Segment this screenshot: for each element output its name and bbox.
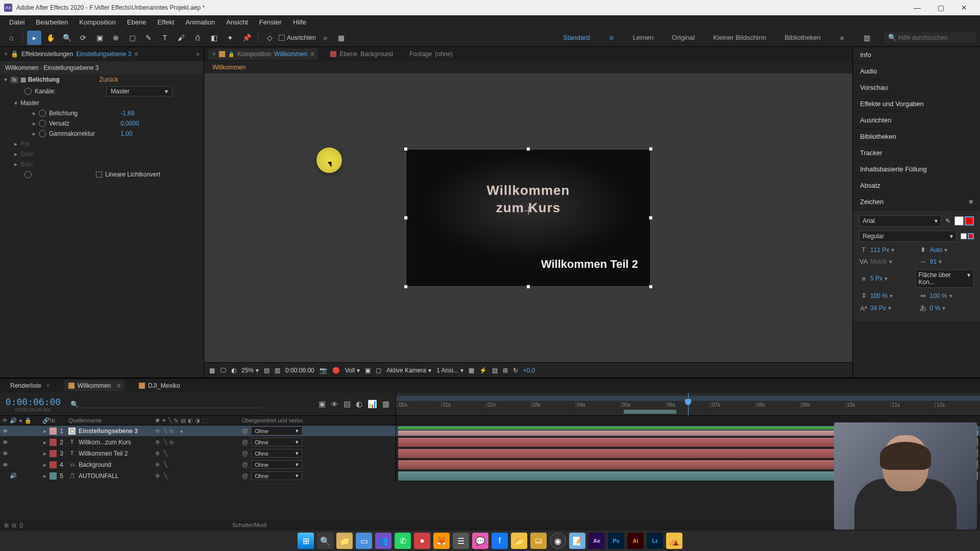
- stroke-color-swatch[interactable]: [965, 216, 974, 226]
- menu-datei[interactable]: Datei: [4, 16, 30, 28]
- panel-effekte[interactable]: Effekte und Vorgaben: [853, 96, 980, 112]
- menu-komposition[interactable]: Komposition: [74, 16, 121, 28]
- menu-animation[interactable]: Animation: [180, 16, 220, 28]
- resize-handle[interactable]: [404, 147, 408, 151]
- layer-twisty-icon[interactable]: ▸: [43, 461, 46, 468]
- gamma-twisty-icon[interactable]: ▸: [33, 130, 39, 137]
- lightroom-icon[interactable]: Lr: [647, 533, 663, 549]
- label-color[interactable]: [50, 461, 57, 468]
- master-twisty-icon[interactable]: ▾: [14, 99, 20, 107]
- explorer-icon[interactable]: 📁: [336, 533, 353, 549]
- start-button[interactable]: ⊞: [298, 533, 314, 549]
- lock-icon[interactable]: 🔒: [228, 52, 234, 57]
- visibility-toggle[interactable]: 👁: [2, 439, 9, 446]
- puppet-tool[interactable]: 📌: [239, 31, 254, 45]
- layer-search-input[interactable]: [82, 400, 261, 408]
- label-color[interactable]: [50, 472, 57, 480]
- switch-slot[interactable]: ⊕: [155, 428, 160, 434]
- visibility-toggle[interactable]: 👁: [2, 428, 9, 435]
- gruen-twisty-icon[interactable]: ▸: [14, 151, 20, 158]
- switch-slot[interactable]: ╲: [164, 450, 167, 457]
- pickwhip-icon[interactable]: @: [242, 472, 248, 480]
- messenger-icon[interactable]: 💬: [472, 533, 488, 549]
- close-tab-icon[interactable]: ×: [46, 382, 50, 389]
- frame-blend-icon[interactable]: ▤: [344, 399, 351, 409]
- composition-viewer[interactable]: Willkommen zum Kurs Willkommen Teil 2: [204, 73, 852, 362]
- taskview-icon[interactable]: ▭: [356, 533, 372, 549]
- app-gray-icon[interactable]: ☰: [453, 533, 469, 549]
- comp-tab-komposition[interactable]: × 🔒 Komposition Willkommen ≡: [208, 48, 318, 60]
- workspace-original[interactable]: Original: [668, 32, 699, 43]
- tab-willkommen[interactable]: Willkommen ≡: [64, 380, 125, 391]
- toggle-modes-icon[interactable]: ⊟: [12, 522, 16, 529]
- fill-color-swatch[interactable]: [954, 216, 964, 226]
- workspace-lernen[interactable]: Lernen: [629, 32, 657, 43]
- guides-icon[interactable]: ▥: [275, 367, 280, 374]
- menu-fenster[interactable]: Fenster: [254, 16, 287, 28]
- menu-ansicht[interactable]: Ansicht: [221, 16, 253, 28]
- font-size-value[interactable]: 111 Px: [870, 246, 889, 254]
- effect-tab-link[interactable]: Einstellungsebene 3: [76, 51, 131, 58]
- camera-tool[interactable]: ▣: [92, 31, 107, 45]
- transparency-icon[interactable]: ▣: [365, 367, 371, 374]
- style-select[interactable]: Regular▾: [859, 231, 957, 242]
- chevron-down-icon[interactable]: ▾: [891, 246, 894, 254]
- chevron-down-icon[interactable]: ▾: [944, 246, 947, 254]
- pickwhip-icon[interactable]: @: [242, 439, 248, 446]
- no-color-icon[interactable]: [968, 233, 974, 239]
- versatz-twisty-icon[interactable]: ▸: [33, 120, 39, 127]
- snapshot-icon[interactable]: 📷: [320, 367, 327, 374]
- chevron-down-icon[interactable]: ▾: [885, 275, 888, 282]
- minimize-button[interactable]: —: [905, 0, 929, 15]
- bbox-icon[interactable]: ▦: [334, 31, 349, 45]
- obs-icon[interactable]: ◉: [550, 533, 566, 549]
- help-search[interactable]: 🔍: [884, 32, 976, 43]
- switch-slot[interactable]: ⊕: [155, 439, 160, 445]
- facebook-icon[interactable]: f: [492, 533, 508, 549]
- eraser-tool[interactable]: ◧: [207, 31, 221, 45]
- chevron-down-icon[interactable]: ▾: [888, 305, 891, 312]
- align-checkbox[interactable]: Ausrichten: [279, 34, 316, 41]
- snap-options-icon[interactable]: ⟐: [318, 31, 332, 45]
- selection-tool[interactable]: ▸: [27, 31, 41, 45]
- parent-select[interactable]: Ohne▾: [251, 460, 302, 469]
- menu-hilfe[interactable]: Hilfe: [288, 16, 311, 28]
- pen-tool[interactable]: ✎: [141, 31, 156, 45]
- close-tab-icon[interactable]: ×: [212, 51, 216, 58]
- timeline-icon[interactable]: ▤: [492, 367, 498, 374]
- belichtung-value[interactable]: -1,69: [120, 110, 134, 117]
- workspace-standard[interactable]: Standard: [559, 32, 594, 43]
- panel-zeichen-header[interactable]: Zeichen≡: [853, 194, 980, 210]
- audio-toggle[interactable]: 🔊: [10, 472, 17, 480]
- zoom-select[interactable]: 25% ▾: [241, 367, 259, 374]
- panel-menu-icon[interactable]: ≡: [969, 198, 973, 206]
- linear-checkbox[interactable]: [96, 171, 102, 178]
- layer-name[interactable]: Einstellungsebene 3: [79, 428, 138, 435]
- pixel-icon[interactable]: ▦: [469, 367, 474, 374]
- reset-exposure-icon[interactable]: ↻: [513, 367, 518, 374]
- tab-menu-icon[interactable]: ≡: [134, 51, 138, 58]
- maximize-button[interactable]: ▢: [929, 0, 952, 15]
- stroke-width-value[interactable]: 5 Px: [870, 275, 883, 282]
- layer-twisty-icon[interactable]: ▸: [43, 439, 46, 446]
- visibility-toggle[interactable]: 👁: [2, 461, 9, 468]
- comp-canvas[interactable]: Willkommen zum Kurs Willkommen Teil 2: [406, 149, 651, 287]
- comp-tab-footage[interactable]: Footage (ohne): [405, 48, 457, 60]
- panel-overflow-icon[interactable]: »: [196, 51, 200, 58]
- flowchart-icon[interactable]: ⊞: [503, 367, 508, 374]
- shape-tool[interactable]: ▢: [125, 31, 139, 45]
- stroke-mode-select[interactable]: Fläche über Kon...▾: [915, 269, 974, 288]
- effect-twisty-icon[interactable]: ▾: [4, 76, 10, 83]
- resize-handle[interactable]: [649, 216, 653, 220]
- playhead[interactable]: [688, 393, 689, 415]
- versatz-stopwatch-icon[interactable]: [39, 120, 46, 127]
- versatz-value[interactable]: 0,0000: [120, 120, 139, 127]
- resize-handle[interactable]: [404, 216, 408, 220]
- current-timecode[interactable]: 0:00:06:00: [6, 396, 61, 407]
- resize-handle[interactable]: [404, 285, 408, 289]
- monitor-icon[interactable]: 🖵: [220, 367, 226, 374]
- col-name-header[interactable]: Quellenname: [66, 416, 153, 425]
- channels-select[interactable]: Master ▾: [106, 86, 173, 96]
- pickwhip-icon[interactable]: @: [242, 461, 248, 468]
- search-input[interactable]: [898, 34, 972, 41]
